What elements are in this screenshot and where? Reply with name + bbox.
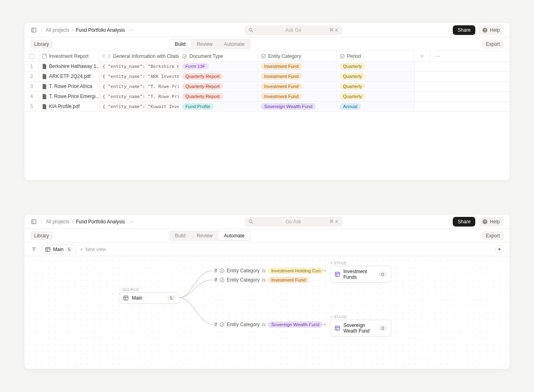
- condition-1[interactable]: If Entity Category is Investment Holding…: [214, 267, 324, 274]
- condition-3[interactable]: If Entity Category is Sovereign Wealth F…: [214, 321, 322, 328]
- cell-period[interactable]: Quarterly: [337, 61, 415, 71]
- cell-file[interactable]: KIA Profile.pdf: [39, 102, 99, 111]
- table-row[interactable]: 5KIA Profile.pdf{ "entity_name": "Kuwait…: [25, 102, 509, 112]
- cell-json[interactable]: { "entity_name": "Berkshire Hathaway Inc…: [99, 61, 179, 71]
- cell-file[interactable]: T. Rowe Price Emergi...: [39, 92, 99, 101]
- check-circle-icon: [182, 54, 187, 59]
- table-row[interactable]: 3T. Rowe Price Africa{ "entity_name": "T…: [25, 82, 509, 92]
- sparkle-icon: ✦: [497, 247, 501, 252]
- source-label: ◦ SOURCE: [119, 288, 139, 292]
- cell-doctype[interactable]: Quarterly Report: [179, 71, 258, 81]
- more-icon[interactable]: ⋯: [129, 27, 134, 33]
- library-button[interactable]: Library: [30, 40, 53, 49]
- select-all[interactable]: [25, 51, 39, 61]
- tab-build[interactable]: Build: [169, 231, 191, 240]
- col-report[interactable]: Investment Report: [39, 51, 99, 61]
- table-row[interactable]: 1Berkshire Hathaway 1...{ "entity_name":…: [25, 61, 509, 71]
- filter-icon[interactable]: [30, 246, 37, 253]
- library-button[interactable]: Library: [30, 231, 53, 240]
- divider: [41, 218, 42, 225]
- empty-area: [25, 112, 509, 180]
- stage-label-1: ▪ STAGE: [331, 261, 347, 265]
- search-placeholder: Ask Go: [285, 27, 301, 33]
- cell-period[interactable]: Quarterly: [337, 82, 415, 91]
- cell-period[interactable]: Annual: [337, 102, 415, 111]
- col-doctype[interactable]: Document Type: [179, 51, 258, 61]
- table-row[interactable]: 2ARK ETF 2Q24.pdf{ "entity_name": "ARK I…: [25, 71, 509, 82]
- cell-doctype[interactable]: Fund Profile: [179, 102, 258, 111]
- sidebar-toggle-icon[interactable]: [30, 27, 37, 34]
- search-icon: [249, 28, 253, 33]
- cell-entity[interactable]: Sovereign Wealth Fund: [258, 102, 337, 111]
- search-input[interactable]: Go Ask ⌘K: [244, 217, 343, 227]
- cell-empty: [415, 71, 509, 81]
- cell-json[interactable]: { "entity_name": "T. Rowe Price", "fund_…: [99, 82, 179, 91]
- export-button[interactable]: Export: [482, 231, 504, 240]
- svg-point-22: [220, 323, 224, 327]
- sidebar-toggle-icon[interactable]: [30, 218, 37, 225]
- cell-json[interactable]: { "entity_name": "Kuwait Investment Auth…: [99, 102, 179, 111]
- keyboard-shortcut: ⌘K: [329, 27, 338, 33]
- cell-empty: [415, 102, 509, 111]
- col-general-info[interactable]: { } General Information with Citations: [99, 51, 179, 61]
- export-button[interactable]: Export: [482, 40, 504, 49]
- add-column-button[interactable]: +: [415, 51, 430, 61]
- breadcrumb-current[interactable]: Fund Portfolio Analysis: [76, 27, 125, 33]
- file-icon: [42, 74, 47, 79]
- tab-review[interactable]: Review: [191, 40, 218, 49]
- share-button[interactable]: Share: [453, 217, 475, 227]
- cell-period[interactable]: Quarterly: [337, 71, 415, 81]
- cell-file[interactable]: T. Rowe Price Africa: [39, 82, 99, 91]
- automation-canvas[interactable]: ◦ SOURCE Main 5 If Entity Category is In…: [25, 256, 509, 369]
- new-view-button[interactable]: + New view: [80, 247, 106, 252]
- help-button[interactable]: ? Help: [479, 217, 504, 227]
- cell-period[interactable]: Quarterly: [337, 92, 415, 101]
- cell-json[interactable]: { "entity_name": "T. Rowe Price", "fund_…: [99, 92, 179, 101]
- cell-doctype[interactable]: Quarterly Report: [179, 82, 258, 91]
- cell-file[interactable]: Berkshire Hathaway 1...: [39, 61, 99, 71]
- cell-entity[interactable]: Investment Fund: [258, 82, 337, 91]
- mode-tabs: Build Review Automate: [168, 231, 251, 241]
- table-more-button[interactable]: ⋯: [430, 51, 445, 61]
- search-input[interactable]: Ask Go ⌘K: [244, 25, 343, 35]
- cell-json[interactable]: { "entity_name": "ARK Investment Manage.…: [99, 71, 179, 81]
- subbar: Library Build Review Automate Export: [25, 37, 509, 51]
- tab-build[interactable]: Build: [169, 40, 191, 49]
- cell-doctype[interactable]: Form 13F: [179, 61, 258, 71]
- more-icon[interactable]: ⋯: [129, 219, 134, 225]
- table-row[interactable]: 4T. Rowe Price Emergi...{ "entity_name":…: [25, 92, 509, 102]
- breadcrumb-root[interactable]: All projects: [46, 219, 70, 225]
- source-node[interactable]: Main 5: [119, 292, 180, 304]
- share-button[interactable]: Share: [453, 25, 475, 35]
- condition-2[interactable]: If Entity Category is Investment Fund: [214, 277, 309, 283]
- file-icon: [42, 84, 47, 89]
- tab-review[interactable]: Review: [191, 231, 218, 240]
- col-period[interactable]: Period: [337, 51, 415, 61]
- breadcrumb-root[interactable]: All projects: [46, 27, 70, 33]
- anchor-icon: ▪: [331, 261, 333, 265]
- cell-entity[interactable]: Investment Fund: [258, 92, 337, 101]
- search-placeholder: Go Ask: [285, 219, 301, 225]
- col-entity[interactable]: Entity Category: [258, 51, 337, 61]
- anchor-icon: ◦: [119, 288, 121, 292]
- cell-file[interactable]: ARK ETF 2Q24.pdf: [39, 71, 99, 81]
- chevron-right-icon: ›: [72, 219, 74, 225]
- tab-automate[interactable]: Automate: [218, 40, 250, 49]
- canvas-action-button[interactable]: ✦: [495, 245, 504, 254]
- tab-automate[interactable]: Automate: [218, 231, 250, 240]
- document-icon: [42, 53, 47, 59]
- svg-point-9: [249, 220, 252, 223]
- app-panel-automate: All projects › Fund Portfolio Analysis ⋯…: [24, 214, 510, 369]
- check-circle-icon: [340, 54, 345, 59]
- stage-node-1[interactable]: Investment Funds 0: [330, 266, 391, 283]
- view-main[interactable]: Main 5: [41, 245, 76, 254]
- svg-point-21: [220, 278, 224, 282]
- svg-point-2: [249, 28, 252, 31]
- stage-node-2[interactable]: Sovereign Weath Fund 0: [330, 320, 391, 337]
- cell-doctype[interactable]: Quarterly Report: [179, 92, 258, 101]
- breadcrumb-current[interactable]: Fund Portfolio Analysis: [76, 219, 125, 225]
- help-button[interactable]: ? Help: [479, 25, 504, 35]
- cell-entity[interactable]: Investment Fund: [258, 71, 337, 81]
- cell-entity[interactable]: Investment Fund: [258, 61, 337, 71]
- row-number: 5: [25, 102, 39, 111]
